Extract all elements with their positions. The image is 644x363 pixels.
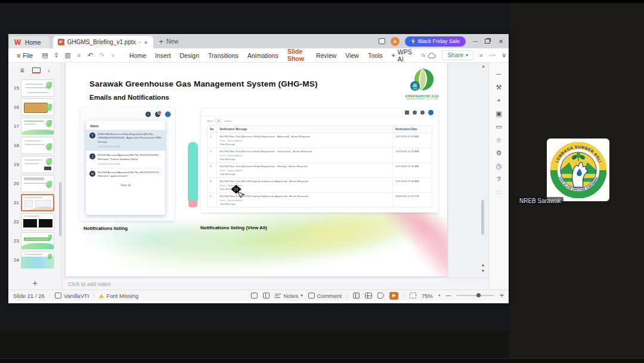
tab-design[interactable]: Design bbox=[175, 50, 203, 61]
tab-home-label: Home bbox=[25, 39, 41, 46]
side-panel-icon[interactable] bbox=[263, 293, 270, 299]
new-tab-button[interactable]: + New bbox=[159, 37, 179, 46]
row-from: From : System Admin bbox=[219, 154, 390, 157]
toolbar-more-chevron[interactable]: ∨ bbox=[108, 51, 118, 59]
slideshow-play-button[interactable] bbox=[389, 292, 398, 300]
tab-home-ribbon[interactable]: Home bbox=[125, 50, 150, 61]
collapse-rail-icon[interactable]: ─ bbox=[497, 71, 501, 78]
tab-slide-show[interactable]: Slide Show bbox=[283, 46, 311, 65]
alert-avatar: N bbox=[89, 171, 95, 177]
screen-share-lower bbox=[0, 330, 509, 358]
canvas-scrollbar[interactable]: ▲ ▲ ▼ bbox=[480, 64, 486, 276]
presentation-file-icon: P bbox=[58, 39, 64, 45]
slide-thumbnail-16[interactable]: 16 bbox=[10, 99, 59, 116]
next-slide-button[interactable]: ▼ bbox=[480, 269, 486, 273]
zoom-in-button[interactable]: + bbox=[500, 291, 504, 300]
history-icon[interactable]: ◷ bbox=[496, 163, 502, 170]
tab-transitions[interactable]: Transitions bbox=[204, 50, 243, 61]
tab-review[interactable]: Review bbox=[312, 50, 340, 61]
slide-view-icon[interactable] bbox=[32, 67, 41, 73]
file-menu-button[interactable]: ≡ File bbox=[13, 52, 36, 59]
tools-icon[interactable]: ⚒ bbox=[496, 84, 502, 91]
zoom-slider-handle[interactable] bbox=[476, 293, 481, 297]
scroll-up-icon[interactable]: ▲ bbox=[481, 64, 485, 68]
tab-insert[interactable]: Insert bbox=[151, 50, 175, 61]
zoom-out-button[interactable]: ─ bbox=[445, 291, 451, 300]
row-message: EnVISS New Task [Business Entity Registr… bbox=[219, 165, 390, 168]
redo-button[interactable]: ↷ bbox=[97, 51, 107, 59]
restore-button[interactable] bbox=[485, 39, 490, 44]
slide-thumbnail-22[interactable]: 22 bbox=[10, 213, 59, 230]
account-avatar[interactable]: A bbox=[391, 37, 400, 46]
slide-canvas[interactable]: Sarawak Greenhouse Gas Management System… bbox=[62, 63, 488, 278]
thumbnail-scrollbar[interactable] bbox=[59, 182, 61, 236]
minimize-button[interactable]: ─ bbox=[471, 38, 479, 45]
font-missing-warning[interactable]: Font Missing bbox=[99, 293, 138, 299]
apps-grid-icon[interactable]: ∷ bbox=[497, 189, 501, 196]
tab-window-icon[interactable]: ▫ bbox=[139, 39, 141, 45]
right-tool-rail: ─ ⚒ ⌖ ▣ ▭ ☆ ⚙ ◷ ? ∷ bbox=[488, 63, 509, 290]
zoom-caret-icon[interactable]: ▾ bbox=[438, 293, 441, 298]
alert-item: T [GHG-MS] Business Entity Registration … bbox=[86, 130, 165, 151]
slide-thumbnail-23[interactable]: 23 bbox=[10, 232, 59, 250]
tab-tools[interactable]: Tools bbox=[364, 50, 387, 61]
slide-thumbnail-panel: ≣ › 15 16 17 bbox=[8, 63, 62, 290]
share-button[interactable]: Share ▾ bbox=[442, 50, 473, 60]
participant-tile[interactable]: LEMBAGA SUMBER ASLI DAN ALAM SEKITAR SAR… bbox=[509, 3, 644, 358]
previous-slide-button[interactable]: ▲ bbox=[480, 263, 486, 267]
bell-icon bbox=[420, 110, 425, 115]
caption-notifications-listing: Notifications listing bbox=[83, 226, 128, 231]
notes-caret-icon: ▾ bbox=[301, 293, 303, 298]
notes-input[interactable]: Click to add notes bbox=[62, 278, 488, 290]
black-friday-sale-button[interactable]: Black Friday Sale bbox=[405, 36, 466, 47]
slide-thumbnail-19[interactable]: 19 bbox=[10, 156, 59, 173]
select-icon[interactable]: ⌖ bbox=[497, 97, 500, 104]
more-options-icon[interactable]: ⋯ bbox=[489, 51, 496, 59]
comment-button[interactable]: Comment bbox=[308, 293, 342, 299]
save-button[interactable]: ▤ bbox=[40, 51, 50, 59]
collapse-ribbon-icon[interactable]: ∨ bbox=[501, 51, 506, 59]
slide-thumbnail-24[interactable]: 24 bbox=[10, 251, 59, 269]
collapse-panel-icon[interactable]: › bbox=[48, 67, 50, 74]
zoom-slider[interactable] bbox=[456, 295, 494, 296]
slide-thumbnail-18[interactable]: 18 bbox=[10, 137, 59, 154]
undo-button[interactable]: ↶ bbox=[85, 51, 95, 59]
close-button[interactable]: ✕ bbox=[497, 38, 505, 45]
taskbar-strip bbox=[0, 358, 644, 363]
print-preview-button[interactable]: ⌕ bbox=[74, 51, 84, 59]
fit-slide-button[interactable] bbox=[410, 293, 416, 299]
comment-rail-icon[interactable]: ▭ bbox=[496, 124, 501, 130]
slide-thumbnail-21-selected[interactable]: 21 bbox=[10, 194, 59, 211]
slide-thumbnail-15[interactable]: 15 bbox=[10, 79, 59, 97]
search-icon[interactable] bbox=[422, 52, 426, 59]
tab-animations[interactable]: Animations bbox=[243, 50, 283, 61]
tab-modified-icon[interactable]: ∗ bbox=[144, 39, 148, 45]
reading-view-button[interactable] bbox=[377, 293, 384, 299]
slide-number: 16 bbox=[10, 104, 19, 110]
normal-view-button[interactable] bbox=[353, 293, 360, 299]
export-button[interactable]: ⇪ bbox=[51, 51, 61, 59]
add-slide-button[interactable]: + bbox=[8, 276, 61, 290]
help-icon[interactable]: ? bbox=[497, 176, 500, 183]
slide-sorter-view-button[interactable] bbox=[365, 293, 372, 299]
print-button[interactable]: ▥ bbox=[63, 51, 73, 59]
notes-toggle[interactable]: Notes ▾ bbox=[275, 293, 302, 299]
window-switch-icon[interactable] bbox=[379, 38, 385, 44]
row-from: From : System Admin bbox=[219, 184, 390, 187]
slide-thumbnail-17[interactable]: 17 bbox=[10, 118, 59, 135]
star-icon[interactable]: ☆ bbox=[496, 137, 502, 143]
tab-home[interactable]: W Home bbox=[10, 36, 49, 48]
zoom-level[interactable]: 75% bbox=[422, 293, 433, 299]
shapes-icon[interactable]: ▣ bbox=[496, 110, 501, 117]
scrollbar-thumb[interactable] bbox=[481, 200, 484, 235]
tab-view[interactable]: View bbox=[341, 50, 363, 61]
outline-view-icon[interactable]: ≣ bbox=[20, 67, 25, 73]
theme-indicator[interactable]: VanillaVTI bbox=[55, 293, 89, 299]
settings-icon[interactable]: ⚙ bbox=[496, 150, 502, 156]
slide-thumbnail-20[interactable]: 20 bbox=[10, 175, 59, 192]
cloud-sync-icon[interactable] bbox=[427, 52, 436, 59]
slide-21-content: Sarawak Greenhouse Gas Management System… bbox=[66, 63, 447, 276]
tab-wps-ai[interactable]: WPS AI bbox=[387, 47, 417, 64]
panel-toggle-icon[interactable]: ⌕ bbox=[479, 51, 483, 59]
single-page-icon[interactable] bbox=[251, 293, 258, 299]
